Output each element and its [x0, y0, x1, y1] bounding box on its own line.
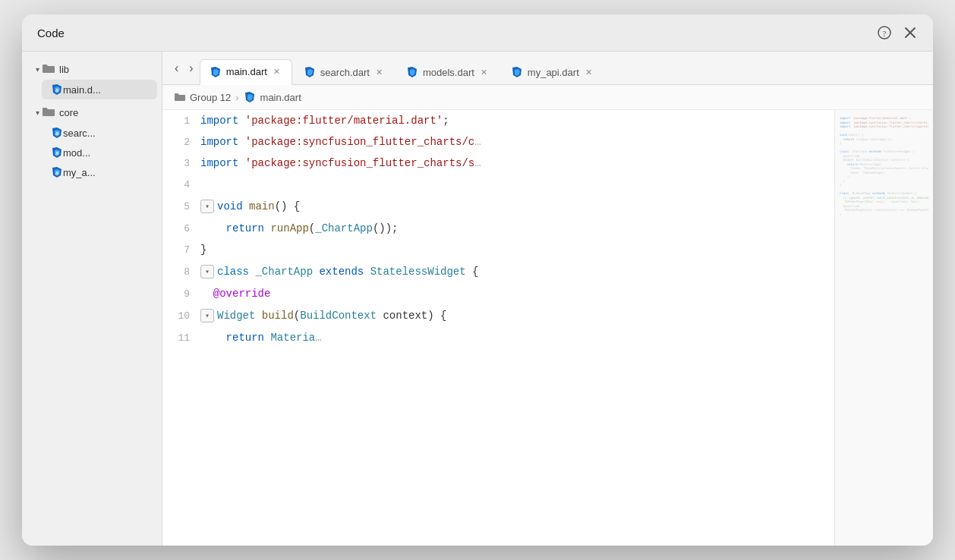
- main-window: Code ? ▾: [22, 14, 933, 546]
- code-line-1: 1 import 'package:flutter/material.dart'…: [162, 110, 834, 131]
- sidebar-sub-items-core: searc... mod...: [22, 123, 162, 182]
- sidebar-search-label: searc...: [63, 127, 96, 139]
- breadcrumb: Group 12 › main.dart: [162, 85, 933, 110]
- sidebar-item-search[interactable]: searc...: [42, 123, 157, 143]
- tab-main-dart-close[interactable]: ✕: [272, 67, 282, 77]
- sidebar-models-label: mod...: [63, 147, 90, 159]
- sidebar-item-main-dart[interactable]: main.d...: [42, 80, 157, 99]
- folder-icon: [43, 63, 55, 76]
- tab-main-dart[interactable]: main.dart ✕: [200, 59, 292, 85]
- dart-icon-models: [51, 146, 63, 159]
- dart-icon-my-api: [51, 166, 63, 178]
- help-icon[interactable]: ?: [877, 25, 892, 40]
- tab-search-dart-close[interactable]: ✕: [374, 67, 385, 77]
- code-line-6: 6 return runApp(_ChartApp());: [162, 218, 834, 239]
- dart-icon-tab-models: [406, 66, 418, 78]
- fold-btn-8[interactable]: ▾: [200, 265, 214, 278]
- tab-my-api-dart-label: my_api.dart: [528, 67, 579, 78]
- main-layout: ▾ lib main.d...: [22, 52, 933, 546]
- sidebar-item-my-api[interactable]: my_a...: [42, 162, 157, 182]
- sidebar-core-label: core: [59, 107, 78, 118]
- tab-nav-forward[interactable]: ›: [184, 58, 197, 78]
- tab-search-dart[interactable]: search.dart ✕: [294, 59, 395, 85]
- tab-models-dart[interactable]: models.dart ✕: [396, 59, 500, 85]
- code-line-10: 10 ▾Widget build(BuildContext context) {: [162, 304, 834, 327]
- window-title: Code: [37, 27, 65, 39]
- tab-my-api-dart[interactable]: my_api.dart ✕: [501, 59, 604, 85]
- code-container: 1 import 'package:flutter/material.dart'…: [162, 110, 933, 546]
- minimap: import 'package:flutter/material.dart'; …: [834, 110, 933, 546]
- sidebar-lib-label: lib: [59, 64, 69, 75]
- titlebar-actions: ?: [877, 25, 918, 40]
- dart-icon-tab-api: [511, 66, 523, 78]
- tab-models-dart-close[interactable]: ✕: [479, 67, 490, 77]
- sidebar-sub-items-lib: main.d...: [22, 80, 162, 99]
- code-line-11: 11 return Materia…: [162, 327, 834, 348]
- dart-icon-tab-main: [210, 66, 222, 78]
- sidebar-my-api-label: my_a...: [63, 167, 96, 178]
- dart-icon-main: [51, 83, 63, 96]
- dart-icon-tab-search: [304, 66, 316, 78]
- chevron-down-icon: ▾: [36, 65, 39, 74]
- tab-main-dart-label: main.dart: [226, 66, 267, 77]
- code-line-7: 7 }: [162, 239, 834, 260]
- titlebar: Code ?: [22, 14, 933, 52]
- dart-icon-search: [51, 127, 63, 139]
- close-icon[interactable]: [903, 25, 918, 40]
- folder-icon-breadcrumb: [175, 93, 185, 102]
- sidebar-section-lib: ▾ lib main.d...: [22, 59, 162, 99]
- code-line-4: 4: [162, 174, 834, 195]
- tab-nav-back[interactable]: ‹: [170, 58, 183, 78]
- code-line-9: 9 @override: [162, 283, 834, 304]
- tab-my-api-dart-close[interactable]: ✕: [584, 67, 594, 77]
- breadcrumb-separator: ›: [235, 92, 238, 103]
- svg-text:?: ?: [883, 29, 887, 38]
- sidebar-item-models[interactable]: mod...: [42, 143, 157, 162]
- sidebar-main-dart-label: main.d...: [63, 84, 101, 96]
- fold-btn-10[interactable]: ▾: [200, 309, 214, 322]
- tab-models-dart-label: models.dart: [423, 67, 474, 78]
- breadcrumb-file[interactable]: main.dart: [260, 92, 301, 103]
- breadcrumb-group[interactable]: Group 12: [190, 92, 231, 103]
- fold-btn-5[interactable]: ▾: [200, 200, 214, 213]
- code-line-2: 2 import 'package:syncfusion_flutter_cha…: [162, 131, 834, 153]
- sidebar-section-core: ▾ core searc...: [22, 102, 162, 182]
- code-line-8: 8 ▾class _ChartApp extends StatelessWidg…: [162, 260, 834, 283]
- code-editor[interactable]: 1 import 'package:flutter/material.dart'…: [162, 110, 834, 546]
- editor-area: ‹ › main.dart ✕ searc: [162, 52, 933, 546]
- chevron-down-icon-core: ▾: [36, 109, 39, 117]
- sidebar-item-lib[interactable]: ▾ lib: [27, 59, 157, 80]
- folder-icon-core: [43, 106, 55, 119]
- sidebar-item-core[interactable]: ▾ core: [27, 102, 157, 123]
- code-line-5: 5 ▾void main() {: [162, 195, 834, 218]
- tabs-bar: ‹ › main.dart ✕ searc: [162, 52, 933, 85]
- code-line-3: 3 import 'package:syncfusion_flutter_cha…: [162, 153, 834, 174]
- dart-icon-breadcrumb: [244, 91, 256, 103]
- sidebar: ▾ lib main.d...: [22, 52, 162, 546]
- tab-search-dart-label: search.dart: [320, 67, 370, 78]
